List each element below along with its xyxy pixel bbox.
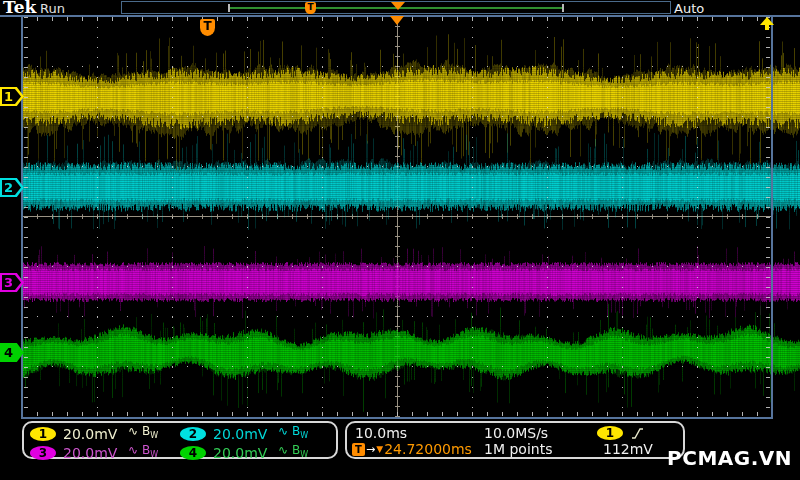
delay-time: 24.72000ms <box>384 441 472 457</box>
channel-3-badge: 3 <box>30 446 56 460</box>
channel-1-badge: 1 <box>30 427 56 441</box>
arrow-up-icon <box>760 17 774 25</box>
delay-readout: T→▼24.72000ms <box>352 441 472 457</box>
trigger-level: 112mV <box>603 441 653 457</box>
channel-2-readout: 2 20.0mV ∿ BW <box>180 424 330 443</box>
time-scale: 10.0ms <box>355 425 407 441</box>
channel-1-marker[interactable]: 1 <box>0 87 24 106</box>
record-bracket-left <box>228 4 230 12</box>
oscilloscope-screen: Tek Run T Auto T 1 2 3 4 1 <box>0 0 800 480</box>
channel-3-scale: 20.0mV <box>63 446 121 460</box>
acquisition-status: Run <box>40 1 65 16</box>
record-length: 1M points <box>484 441 552 457</box>
channel-3-readout: 3 20.0mV ∿ BW <box>30 443 180 462</box>
trigger-level-offscreen-icon <box>760 17 774 30</box>
trigger-chip-icon: T <box>352 443 365 456</box>
channel-2-badge: 2 <box>180 427 206 441</box>
expansion-point-icon <box>390 16 404 25</box>
graticule-frame <box>21 15 773 419</box>
top-status-bar: Tek Run T Auto <box>0 0 800 17</box>
rising-edge-icon <box>631 427 644 440</box>
channel-1-scale: 20.0mV <box>63 427 121 441</box>
watermark: PCMAG.VN <box>667 446 792 470</box>
channel-4-badge: 4 <box>180 446 206 460</box>
coupling-bandwidth-icon: ∿ BW <box>278 424 308 443</box>
triangle-down-icon: ▼ <box>376 444 383 454</box>
trigger-source-readout: 1 <box>597 426 644 440</box>
channel-4-marker[interactable]: 4 <box>0 343 24 362</box>
record-bracket-right <box>562 4 564 12</box>
trigger-mode-status: Auto <box>674 1 704 16</box>
horizontal-trigger-readout-box: 10.0ms 10.0MS/s 1M points T→▼24.72000ms … <box>345 421 685 459</box>
channel-2-marker[interactable]: 2 <box>0 178 24 197</box>
record-view-bar: T <box>121 1 671 14</box>
record-trigger-icon: T <box>305 2 316 14</box>
channel-readout-box: 1 20.0mV ∿ BW 2 20.0mV ∿ BW 3 20.0mV ∿ B… <box>22 421 338 459</box>
coupling-bandwidth-icon: ∿ BW <box>128 443 158 462</box>
coupling-bandwidth-icon: ∿ BW <box>128 424 158 443</box>
arrow-right-icon: → <box>366 443 375 456</box>
tek-logo: Tek <box>3 0 36 15</box>
sample-rate: 10.0MS/s <box>484 425 548 441</box>
channel-1-readout: 1 20.0mV ∿ BW <box>30 424 180 443</box>
channel-3-marker[interactable]: 3 <box>0 273 24 292</box>
trigger-source-badge: 1 <box>597 426 623 440</box>
coupling-bandwidth-icon: ∿ BW <box>278 443 308 462</box>
channel-4-readout: 4 20.0mV ∿ BW <box>180 443 330 462</box>
channel-4-scale: 20.0mV <box>213 446 271 460</box>
record-position-icon <box>391 2 405 10</box>
channel-2-scale: 20.0mV <box>213 427 271 441</box>
trigger-time-icon[interactable]: T <box>200 19 215 36</box>
